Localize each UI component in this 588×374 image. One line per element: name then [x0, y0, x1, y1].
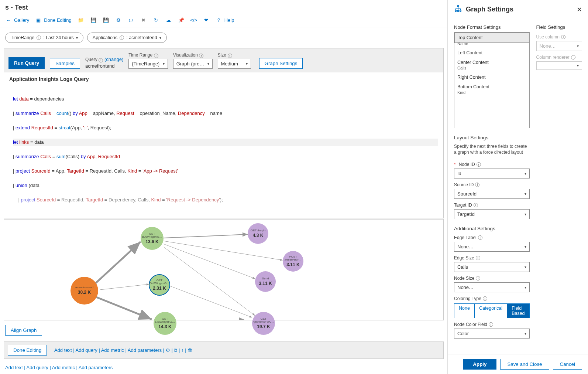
add-metric-link[interactable]: Add metric [52, 365, 75, 370]
copy-icon[interactable]: ⧉ [174, 347, 177, 353]
graph-node-p3[interactable]: Send 3.11 K [255, 271, 276, 292]
coloring-seg-field-based[interactable]: Field Based [507, 304, 529, 318]
settings-gear-icon[interactable]: ⚙ [115, 17, 122, 23]
edge-size-value: Calls [457, 264, 468, 270]
node-format-list[interactable]: Top Content Name Left Content Center Con… [454, 32, 530, 128]
size-select[interactable]: Medium▾ [218, 59, 251, 69]
timerange-select[interactable]: {TimeRange}▾ [128, 59, 168, 69]
lb-left-content[interactable]: Left Content [454, 48, 529, 58]
done-editing-button[interactable]: Done Editing [8, 345, 47, 356]
samples-button[interactable]: Samples [50, 58, 80, 69]
add-parameters-link[interactable]: Add parameters [79, 365, 113, 370]
help-link[interactable]: ? Help [216, 17, 234, 23]
graph-node-p4[interactable]: GET /getItemsForC… 19.7 K [252, 312, 275, 335]
graph-node-root[interactable]: acmefrontend 30.2 K [71, 277, 98, 305]
graph-node-g2[interactable]: GET GetWidget/G… 2.31 K [149, 274, 170, 296]
tag-icon[interactable]: 🏷 [128, 17, 134, 23]
add-metric-link[interactable]: Add metric [101, 347, 124, 353]
chevron-down-icon: ▾ [525, 245, 526, 249]
close-x-icon[interactable]: ✖ [140, 17, 147, 23]
graph-visualization[interactable]: acmefrontend 30.2 K GET BuyWidget/G… 13.… [4, 219, 444, 321]
add-query-link[interactable]: Add query [76, 347, 97, 353]
done-editing-link[interactable]: ▣ Done Editing [35, 17, 71, 23]
cloud-icon[interactable]: ☁ [165, 17, 172, 23]
add-parameters-link[interactable]: Add parameters [128, 347, 162, 353]
param-timerange[interactable]: TimeRange i : Last 24 hours ▾ [5, 33, 83, 43]
gear-icon[interactable]: ⚙ [166, 347, 170, 353]
refresh-icon[interactable]: ↻ [153, 17, 159, 23]
info-icon: i [37, 35, 41, 40]
edge-size-label: Edge Size [454, 255, 474, 261]
gallery-label: Gallery [14, 17, 29, 23]
align-graph-button[interactable]: Align Graph [5, 325, 42, 336]
node-id-label: Node ID [459, 162, 475, 167]
svg-line-1 [100, 284, 149, 290]
source-id-select[interactable]: SourceId▾ [454, 189, 530, 199]
query-resource-label: Query [85, 57, 97, 62]
graph-node-p2[interactable]: POST /reservefor… 3.11 K [283, 251, 303, 272]
graph-node-g3[interactable]: GET ListWidget/G… 14.3 K [154, 312, 176, 335]
lb-right-content[interactable]: Right Content [454, 72, 529, 82]
use-column-select[interactable]: None…▾ [536, 41, 582, 51]
apply-button[interactable]: Apply [463, 359, 496, 370]
graph-node-g1[interactable]: GET BuyWidget/G… 13.6 K [141, 227, 164, 250]
node-size-select[interactable]: None…▾ [454, 282, 530, 292]
open-folder-icon[interactable]: 📁 [78, 17, 84, 23]
run-query-button[interactable]: Run Query [8, 57, 45, 69]
edge-size-select[interactable]: Calls▾ [454, 262, 530, 272]
help-label: Help [224, 17, 234, 23]
node-label: GET GetWidget/G… [148, 279, 171, 285]
add-text-link[interactable]: Add text [54, 347, 72, 353]
done-editing-label: Done Editing [44, 17, 71, 23]
node-value: 4.3 K [253, 233, 264, 238]
panel-title: Graph Settings [466, 6, 573, 13]
info-icon: i [476, 276, 480, 280]
step-footer: Done Editing Add text | Add query | Add … [4, 341, 444, 359]
coloring-seg-none[interactable]: None [454, 304, 474, 318]
info-icon: i [477, 162, 481, 167]
node-id-select[interactable]: Id▾ [454, 169, 530, 178]
query-editor[interactable]: let data = dependencies | summarize Call… [4, 86, 443, 218]
column-renderer-select[interactable]: ▾ [536, 61, 582, 70]
save-as-icon[interactable]: 💾 [103, 17, 109, 23]
graph-settings-button[interactable]: Graph Settings [259, 58, 303, 69]
coloring-seg-categorical[interactable]: Categorical [474, 304, 507, 318]
svg-line-0 [94, 242, 141, 284]
layout-desc: Specify the next three fields to create … [454, 143, 530, 155]
timerange-field-label: Time Range [128, 52, 152, 58]
column-renderer-label: Column renderer [536, 55, 570, 60]
edge-label-select[interactable]: None…▾ [454, 242, 530, 252]
add-query-link[interactable]: Add query [27, 365, 48, 370]
pin-icon[interactable]: 📌 [178, 17, 185, 23]
move-up-icon[interactable]: ↑ [181, 347, 184, 353]
workbook-footer-links: Add text | Add query | Add metric | Add … [0, 361, 447, 374]
gallery-link[interactable]: ← Gallery [5, 17, 29, 23]
param-applications-value: : acmefrontend [126, 35, 157, 40]
heart-icon[interactable]: ❤ [203, 17, 210, 23]
visualization-select[interactable]: Graph (pre…▾ [173, 59, 213, 69]
graph-node-p1[interactable]: GET /begin 4.3 K [248, 223, 268, 244]
node-color-select[interactable]: Color▾ [454, 329, 530, 339]
close-panel-icon[interactable]: ✕ [577, 6, 582, 14]
code-icon[interactable]: </> [190, 17, 197, 23]
node-label: acmefrontend [74, 286, 95, 289]
info-icon: i [478, 235, 482, 240]
info-icon: i [571, 55, 575, 59]
node-label: POST /reservefor… [283, 255, 303, 261]
query-title: Application Insights Logs Query [4, 72, 443, 86]
cancel-button[interactable]: Cancel [553, 359, 582, 370]
save-and-close-button[interactable]: Save and Close [500, 359, 549, 370]
chevron-down-icon: ▾ [525, 171, 526, 176]
svg-line-7 [170, 286, 252, 317]
param-applications[interactable]: Applications i : acmefrontend ▾ [87, 33, 167, 43]
graph-settings-panel: Graph Settings ✕ Node Format Settings To… [448, 0, 588, 374]
node-size-value: None… [457, 285, 474, 290]
additional-heading: Additional Settings [454, 226, 530, 231]
save-icon[interactable]: 💾 [90, 17, 97, 23]
delete-icon[interactable]: 🗑 [188, 347, 192, 353]
add-text-link[interactable]: Add text [5, 365, 23, 370]
change-link[interactable]: (change) [104, 57, 123, 62]
size-field-label: Size [218, 52, 226, 58]
target-id-select[interactable]: TargetId▾ [454, 209, 530, 219]
svg-line-3 [164, 234, 248, 238]
